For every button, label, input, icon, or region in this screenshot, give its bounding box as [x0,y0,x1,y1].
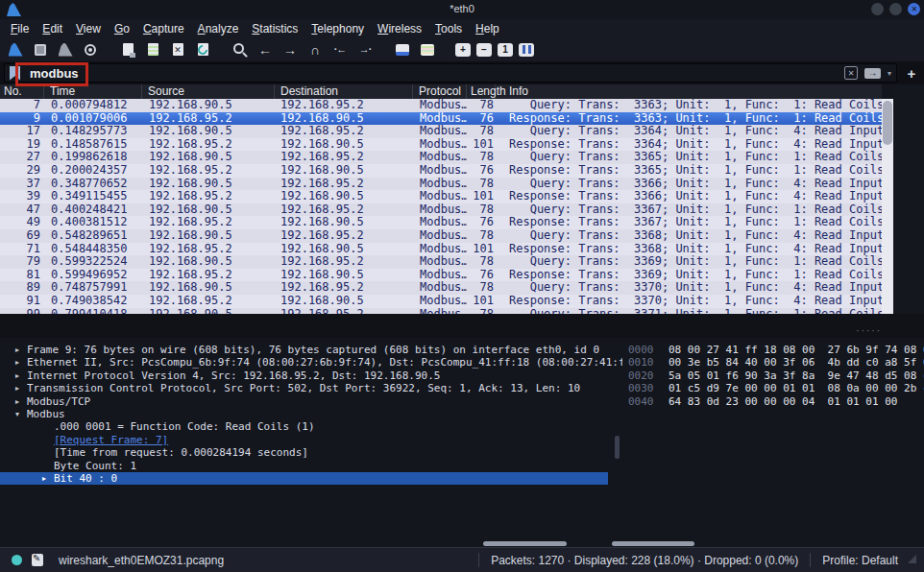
zoom-out-icon[interactable]: − [476,43,492,57]
expand-arrow-icon[interactable]: ▸ [8,344,27,356]
detail-line[interactable]: ▸ Transmission Control Protocol, Src Por… [0,382,622,394]
expand-arrow-icon[interactable]: ▸ [8,369,27,382]
packet-row[interactable]: 9 0.001079006 192.168.95.2 192.168.90.5 … [0,112,882,126]
maximize-button[interactable] [889,3,902,15]
resize-columns-icon[interactable] [519,43,534,57]
close-file-icon[interactable] [168,40,187,60]
detail-line[interactable]: ▾ Modbus [0,408,622,420]
packet-row[interactable]: 49 0.400381512 192.168.95.2 192.168.90.5… [0,216,882,229]
detail-line[interactable]: ▸ Bit 40 : 0 [0,472,608,485]
menu-telephony[interactable]: Telephony [304,22,371,36]
expand-arrow-icon[interactable] [35,434,54,446]
minimize-button[interactable] [871,3,884,15]
column-header-length[interactable]: Length [467,84,496,99]
menu-wireless[interactable]: Wireless [371,22,428,36]
packet-row[interactable]: 47 0.400248421 192.168.90.5 192.168.95.2… [0,203,882,217]
stop-capture-icon[interactable] [31,40,50,60]
hex-row[interactable]: 0030 01 c5 d9 7e 00 00 01 01 08 0a 00 00… [628,382,924,394]
resize-grip-icon[interactable] [908,555,916,563]
menu-analyze[interactable]: Analyze [191,22,246,36]
expand-arrow-icon[interactable] [35,446,54,459]
display-filter-input[interactable]: modbus [4,63,897,83]
detail-line[interactable]: ▸ Internet Protocol Version 4, Src: 192.… [0,369,622,382]
zoom-100-icon[interactable]: 1 [498,43,513,57]
column-header-source[interactable]: Source [142,84,275,99]
menu-help[interactable]: Help [469,22,506,36]
detail-line[interactable]: .000 0001 = Function Code: Read Coils (1… [0,420,622,433]
filter-bookmark-icon[interactable] [10,66,20,81]
packet-row[interactable]: 71 0.548448350 192.168.95.2 192.168.90.5… [0,243,882,256]
menu-view[interactable]: View [69,22,108,36]
filter-clear-icon[interactable] [844,66,858,80]
expand-arrow-icon[interactable] [35,420,54,433]
go-to-packet-icon[interactable]: ∩ [305,40,325,60]
packet-row[interactable]: 27 0.199862618 192.168.90.5 192.168.95.2… [0,151,882,164]
packet-row[interactable]: 89 0.748757991 192.168.90.5 192.168.95.2… [0,281,882,295]
reload-file-icon[interactable] [193,40,212,60]
pane-splitter[interactable] [0,314,924,338]
detail-line[interactable]: [Time from request: 0.000284194 seconds] [0,446,622,459]
menu-file[interactable]: File [4,22,36,36]
column-header-time[interactable]: Time [44,84,142,99]
expert-info-icon[interactable] [12,555,22,565]
go-last-packet-icon[interactable]: →· [355,40,375,60]
detail-pane-h-scrollbar[interactable] [483,541,567,546]
capture-comment-icon[interactable] [32,554,43,566]
go-back-icon[interactable]: ← [255,40,275,60]
detail-line[interactable]: [Request Frame: 7] [0,434,622,446]
packet-row[interactable]: 7 0.000794812 192.168.90.5 192.168.95.2 … [0,99,882,112]
expand-arrow-icon[interactable]: ▸ [35,472,54,485]
open-file-icon[interactable] [118,40,137,60]
splitter-handle-icon[interactable] [856,325,882,336]
column-header-destination[interactable]: Destination [275,84,413,99]
filter-add-button[interactable]: + [903,65,920,82]
detail-line[interactable]: ▸ Modbus/TCP [0,395,622,408]
column-header-no[interactable]: No. [0,84,44,99]
go-forward-icon[interactable]: → [280,40,300,60]
hex-row[interactable]: 0040 64 83 0d 23 00 00 00 04 01 01 01 00 [628,395,924,408]
menu-go[interactable]: Go [108,22,136,36]
hex-row[interactable]: 0010 00 3e b5 84 40 00 3f 06 4b dd c0 a8… [628,356,924,369]
packet-list-scrollbar[interactable] [882,99,893,314]
menu-capture[interactable]: Capture [136,22,191,36]
packet-row[interactable]: 19 0.148587615 192.168.95.2 192.168.90.5… [0,138,882,152]
save-file-icon[interactable] [143,40,162,60]
restart-capture-icon[interactable] [56,40,75,60]
profile-label[interactable]: Profile: Default [822,554,898,567]
zoom-in-icon[interactable]: + [455,43,471,57]
capture-options-icon[interactable] [81,40,100,60]
detail-line[interactable]: ▸ Ethernet II, Src: PcsCompu_6b:9f:74 (0… [0,356,622,369]
menu-tools[interactable]: Tools [428,22,469,36]
hex-row[interactable]: 0000 08 00 27 41 ff 18 08 00 27 6b 9f 74… [628,344,924,356]
packet-row[interactable]: 37 0.348770652 192.168.90.5 192.168.95.2… [0,178,882,191]
packet-row[interactable]: 69 0.548289651 192.168.90.5 192.168.95.2… [0,229,882,243]
menu-edit[interactable]: Edit [36,22,69,36]
start-capture-icon[interactable] [6,40,25,60]
expand-arrow-icon[interactable]: ▸ [8,382,27,394]
go-first-packet-icon[interactable]: ·← [330,40,350,60]
packet-row[interactable]: 91 0.749038542 192.168.95.2 192.168.90.5… [0,295,882,308]
packet-row[interactable]: 17 0.148295773 192.168.90.5 192.168.95.2… [0,125,882,138]
menu-statistics[interactable]: Statistics [245,22,304,36]
detail-line[interactable]: ▸ Frame 9: 76 bytes on wire (608 bits), … [0,344,622,356]
hex-pane-h-scrollbar[interactable] [612,541,694,546]
packet-row[interactable]: 81 0.599496952 192.168.95.2 192.168.90.5… [0,269,882,282]
column-header-info[interactable]: Info [496,84,882,99]
expand-arrow-icon[interactable]: ▸ [8,356,27,369]
find-packet-icon[interactable] [231,40,250,60]
packet-row[interactable]: 79 0.599322524 192.168.90.5 192.168.95.2… [0,255,882,269]
packet-row[interactable]: 29 0.200024357 192.168.95.2 192.168.90.5… [0,164,882,178]
expand-arrow-icon[interactable]: ▾ [8,408,27,420]
auto-scroll-icon[interactable] [393,40,412,60]
hex-row[interactable]: 0020 5a 05 01 f6 90 3a 3f 8a 9e 47 48 d5… [628,369,924,382]
detail-line[interactable]: Byte Count: 1 [0,460,622,472]
column-header-protocol[interactable]: Protocol [413,84,467,99]
packet-row[interactable]: 39 0.349115455 192.168.95.2 192.168.90.5… [0,190,882,203]
close-button[interactable] [908,3,920,15]
filter-apply-icon[interactable] [864,68,881,79]
filter-dropdown-caret-icon[interactable] [888,69,891,78]
colorize-icon[interactable] [418,40,437,60]
scrollbar-thumb[interactable] [883,101,892,145]
expand-arrow-icon[interactable]: ▸ [8,395,27,408]
expand-arrow-icon[interactable] [35,460,54,472]
